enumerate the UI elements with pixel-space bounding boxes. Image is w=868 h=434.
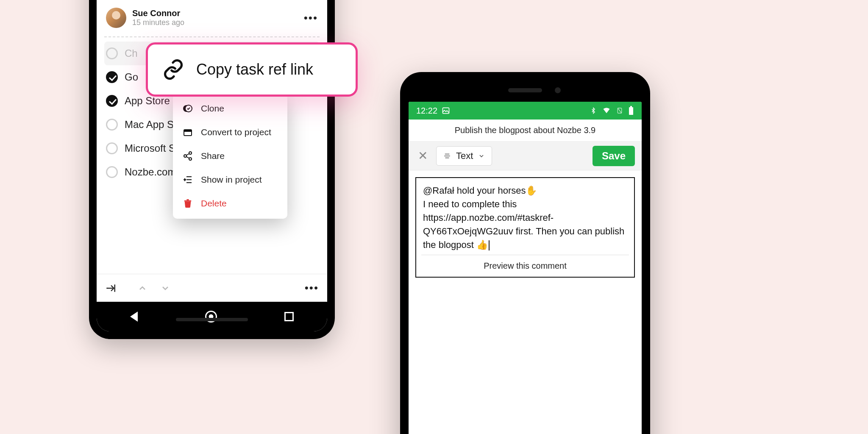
comment-toolbar: ✕ Text Save (409, 142, 642, 170)
preview-comment-button[interactable]: Preview this comment (421, 255, 629, 277)
comment-text[interactable]: @Rafał hold your horses✋I need to comple… (416, 178, 634, 255)
phone-chin (176, 318, 248, 321)
menu-item-label: Show in project (201, 175, 262, 185)
phone-camera (555, 87, 561, 93)
nav-recent-icon[interactable] (284, 312, 294, 321)
close-icon[interactable]: ✕ (415, 147, 430, 164)
checkbox-icon[interactable] (106, 47, 118, 59)
checkbox-icon[interactable] (106, 142, 118, 154)
collapse-icon[interactable] (105, 283, 116, 294)
menu-item-share[interactable]: Share (173, 144, 287, 168)
svg-rect-19 (630, 106, 632, 107)
copy-task-ref-link[interactable]: Copy task ref link (146, 42, 358, 97)
text-lines-icon (443, 152, 451, 160)
menu-item-convert-to-project[interactable]: Convert to project (173, 120, 287, 144)
share-icon (182, 151, 193, 161)
menu-item-label: Delete (201, 198, 227, 209)
trash-icon (182, 198, 193, 209)
battery-icon (628, 106, 634, 115)
task-title-bar: Publish the blogpost about Nozbe 3.9 (409, 120, 642, 142)
svg-line-17 (618, 108, 621, 113)
text-cursor (489, 240, 490, 250)
comment-type-select[interactable]: Text (436, 146, 492, 166)
convert-icon (182, 127, 193, 137)
chevron-down-icon[interactable] (160, 283, 170, 293)
more-icon[interactable]: ••• (304, 11, 318, 25)
show-in-project-icon (182, 175, 193, 185)
menu-item-label: Convert to project (201, 127, 271, 137)
copy-link-label: Copy task ref link (196, 61, 313, 78)
comment-type-label: Text (456, 150, 473, 161)
comment-editor[interactable]: @Rafał hold your horses✋I need to comple… (415, 177, 635, 278)
clone-icon (182, 103, 193, 114)
status-bar: 12:22 (409, 102, 642, 120)
menu-item-label: Clone (201, 103, 224, 114)
link-icon (162, 58, 184, 81)
android-nav-bar (97, 302, 327, 331)
svg-point-6 (184, 155, 186, 157)
menu-item-clone[interactable]: Clone (173, 97, 287, 120)
sim-icon (616, 106, 623, 115)
svg-point-7 (189, 158, 192, 160)
comment-body: @Rafał hold your horses✋I need to comple… (423, 185, 624, 250)
svg-point-5 (189, 152, 192, 154)
checkbox-icon[interactable] (106, 119, 118, 131)
svg-rect-4 (184, 130, 192, 132)
menu-item-label: Share (201, 151, 225, 161)
more-icon[interactable]: ••• (305, 281, 319, 295)
task-bottom-bar: ••• (97, 274, 327, 302)
svg-rect-13 (184, 200, 192, 202)
status-time: 12:22 (416, 106, 437, 116)
svg-rect-14 (186, 199, 189, 200)
svg-line-8 (186, 154, 189, 156)
phone-right-screen: 12:22 Publish the blogpost abo (409, 102, 642, 434)
comment-author-row: Sue Connor 15 minutes ago ••• (104, 3, 320, 35)
menu-item-show-in-project[interactable]: Show in project (173, 168, 287, 192)
checklist-item-label: App Store (125, 95, 170, 107)
svg-rect-18 (629, 107, 633, 115)
chevron-up-icon[interactable] (137, 283, 147, 293)
nav-back-icon[interactable] (130, 312, 138, 322)
wifi-icon (602, 107, 611, 114)
svg-line-9 (186, 157, 189, 159)
chevron-down-icon (478, 153, 485, 159)
image-icon (442, 106, 450, 115)
author-time: 15 minutes ago (132, 18, 184, 27)
task-context-menu: CloneConvert to projectShareShow in proj… (173, 93, 287, 219)
phone-right: 12:22 Publish the blogpost abo (400, 72, 650, 434)
bluetooth-icon (590, 106, 597, 115)
checkbox-checked-icon[interactable] (106, 71, 118, 83)
separator (104, 36, 320, 37)
save-button[interactable]: Save (593, 146, 635, 166)
author-name: Sue Connor (132, 8, 184, 18)
checklist-item-label: Go (125, 71, 138, 83)
avatar (106, 8, 126, 28)
phone-earpiece (508, 88, 542, 92)
checkbox-icon[interactable] (106, 166, 118, 178)
checklist-item-label: Ch (125, 47, 138, 59)
checklist-item-label: Nozbe.com (125, 166, 176, 178)
task-title: Publish the blogpost about Nozbe 3.9 (455, 125, 595, 135)
checkbox-checked-icon[interactable] (106, 95, 118, 107)
author-meta: Sue Connor 15 minutes ago (132, 8, 184, 27)
menu-item-delete[interactable]: Delete (173, 192, 287, 215)
